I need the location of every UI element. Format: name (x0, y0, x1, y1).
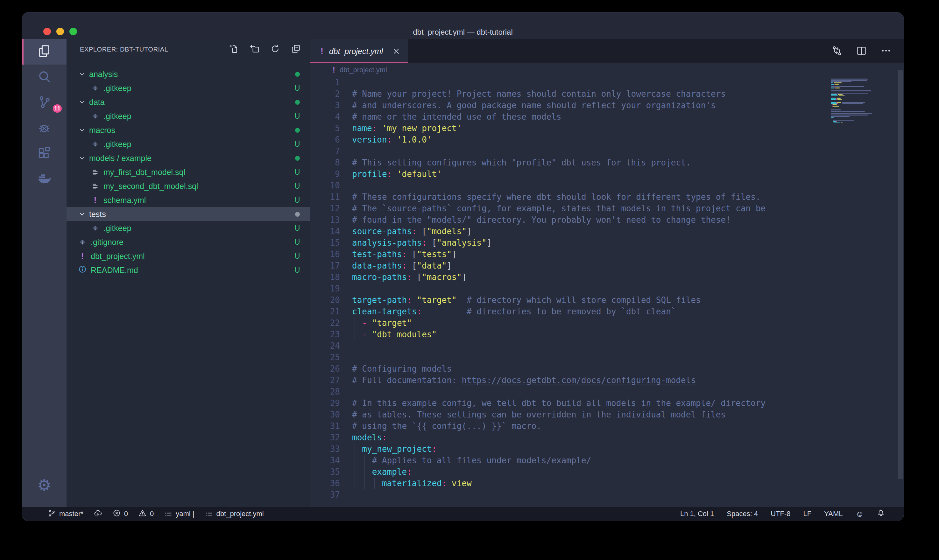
activity-item-source-control[interactable]: 11 (22, 90, 66, 115)
git-status-untracked: U (292, 112, 303, 121)
new-folder-button[interactable] (249, 44, 259, 55)
sql-file-icon (91, 182, 100, 191)
tree-folder-data[interactable]: data (66, 95, 310, 109)
code-line-34[interactable]: 34 # Applies to all files under models/e… (310, 455, 904, 466)
scrollbar-thumb[interactable] (898, 70, 903, 479)
code-line-16[interactable]: 16test-paths: ["tests"] (310, 249, 904, 260)
collapse-all-button[interactable] (291, 44, 301, 55)
tree-file-schema-yml[interactable]: !schema.ymlU (66, 193, 310, 207)
close-tab-icon[interactable] (392, 47, 401, 56)
editor-scrollbar[interactable] (898, 70, 903, 507)
status-indentation[interactable]: Spaces: 4 (727, 510, 758, 518)
code-line-20[interactable]: 20target-path: "target" # directory whic… (310, 294, 904, 306)
status-notifications[interactable] (877, 509, 885, 519)
status-warnings[interactable]: 0 (138, 509, 154, 519)
code-line-21[interactable]: 21clean-targets: # directories to be rem… (310, 306, 904, 317)
code-line-2[interactable]: 2# Name your project! Project names shou… (310, 88, 904, 100)
minimap-line (837, 102, 841, 103)
more-actions-button[interactable] (881, 45, 891, 58)
status-right: Ln 1, Col 1Spaces: 4UTF-8LFYAML☺ (680, 509, 885, 519)
tree-file-readme-md[interactable]: README.mdU (66, 263, 310, 277)
status-language-mode[interactable]: YAML (824, 510, 842, 518)
status-eol[interactable]: LF (803, 510, 811, 518)
minimap-line (835, 88, 840, 88)
tree-file--gitkeep[interactable]: .gitkeepU (66, 81, 310, 95)
code-editor[interactable]: 12# Name your project! Project names sho… (310, 77, 904, 507)
status-git-branch[interactable]: master* (48, 509, 83, 519)
status-sync[interactable] (94, 509, 102, 519)
code-line-18[interactable]: 18macro-paths: ["macros"] (310, 271, 904, 283)
code-line-12[interactable]: 12# The `source-paths` config, for examp… (310, 203, 904, 214)
tree-file-my-second-dbt-model-sql[interactable]: my_second_dbt_model.sqlU (66, 179, 310, 193)
tree-file-my-first-dbt-model-sql[interactable]: my_first_dbt_model.sqlU (66, 165, 310, 179)
tree-file--gitkeep[interactable]: .gitkeepU (66, 221, 310, 235)
code-line-30[interactable]: 30# as tables. These settings can be ove… (310, 409, 904, 420)
tree-folder-tests[interactable]: tests (66, 207, 310, 221)
activity-item-extensions[interactable] (22, 141, 66, 166)
new-file-button[interactable] (229, 44, 239, 55)
activity-item-run-debug[interactable] (22, 115, 66, 141)
code-line-27[interactable]: 27# Full documentation: https://docs.get… (310, 374, 904, 386)
tree-file--gitignore[interactable]: .gitignoreU (66, 235, 310, 249)
tree-folder-macros[interactable]: macros (66, 123, 310, 137)
code-line-14[interactable]: 14source-paths: ["models"] (310, 226, 904, 237)
code-line-8[interactable]: 8# This setting configures which "profil… (310, 157, 904, 168)
tree-file-dbt-project-yml[interactable]: !dbt_project.ymlU (66, 249, 310, 263)
code-line-15[interactable]: 15analysis-paths: ["analysis"] (310, 237, 904, 249)
tree-folder-models-example[interactable]: models / example (66, 151, 310, 165)
tree-file--gitkeep[interactable]: .gitkeepU (66, 109, 310, 123)
tree-file--gitkeep[interactable]: .gitkeepU (66, 137, 310, 151)
status-feedback[interactable]: ☺ (855, 510, 864, 518)
code-line-25[interactable]: 25 (310, 352, 904, 363)
code-text: # name or the intended use of these mode… (352, 111, 561, 123)
code-line-37[interactable]: 37 (310, 489, 904, 500)
activity-item-search[interactable] (22, 65, 66, 90)
activity-item-settings[interactable]: ⚙ (22, 472, 66, 498)
title-bar[interactable]: dbt_project.yml — dbt-tutorial (22, 12, 904, 39)
minimap-line (836, 121, 837, 122)
git-status-untracked: U (292, 140, 303, 149)
minimap[interactable] (826, 77, 895, 147)
open-changes-button[interactable] (831, 45, 842, 58)
code-line-33[interactable]: 33 my_new_project: (310, 443, 904, 455)
breadcrumb-item-file[interactable]: dbt_project.yml (340, 66, 387, 74)
code-line-5[interactable]: 5name: 'my_new_project' (310, 123, 904, 134)
code-line-35[interactable]: 35 example: (310, 466, 904, 478)
code-line-10[interactable]: 10 (310, 180, 904, 191)
status-errors[interactable]: 0 (112, 509, 128, 519)
code-line-11[interactable]: 11# These configurations specify where d… (310, 191, 904, 203)
code-line-31[interactable]: 31# using the `{{ config(...) }}` macro. (310, 420, 904, 432)
code-line-22[interactable]: 22 - "target" (310, 317, 904, 329)
code-line-6[interactable]: 6version: '1.0.0' (310, 134, 904, 145)
tree-folder-analysis[interactable]: analysis (66, 67, 310, 81)
tab-dbt-project-yml[interactable]: ! dbt_project.yml (310, 39, 408, 63)
status-outline-language[interactable]: yaml | (164, 509, 194, 519)
code-line-24[interactable]: 24 (310, 340, 904, 352)
code-line-29[interactable]: 29# In this example config, we tell dbt … (310, 397, 904, 409)
minimap-line (840, 98, 840, 99)
activity-item-docker[interactable] (22, 166, 66, 192)
code-line-9[interactable]: 9profile: 'default' (310, 168, 904, 180)
code-line-1[interactable]: 1 (310, 77, 904, 88)
code-line-28[interactable]: 28 (310, 386, 904, 397)
status-outline-file[interactable]: dbt_project.yml (205, 509, 264, 519)
status-cursor-position[interactable]: Ln 1, Col 1 (680, 510, 714, 518)
code-line-13[interactable]: 13# found in the "models/" directory. Yo… (310, 214, 904, 226)
status-label: 0 (150, 510, 154, 518)
split-editor-button[interactable] (856, 45, 867, 58)
code-line-4[interactable]: 4# name or the intended use of these mod… (310, 111, 904, 123)
code-line-3[interactable]: 3# and underscores. A good package name … (310, 100, 904, 111)
status-encoding[interactable]: UTF-8 (771, 510, 790, 518)
line-number: 26 (310, 363, 340, 374)
code-line-7[interactable]: 7 (310, 145, 904, 157)
breadcrumb[interactable]: ! dbt_project.yml (310, 63, 904, 77)
code-line-19[interactable]: 19 (310, 283, 904, 294)
code-line-17[interactable]: 17data-paths: ["data"] (310, 260, 904, 271)
code-line-32[interactable]: 32models: (310, 432, 904, 443)
minimap-line (831, 81, 851, 82)
activity-item-explorer[interactable] (22, 39, 66, 65)
code-line-36[interactable]: 36 materialized: view (310, 478, 904, 489)
code-line-26[interactable]: 26# Configuring models (310, 363, 904, 374)
code-line-23[interactable]: 23 - "dbt_modules" (310, 329, 904, 340)
refresh-button[interactable] (270, 44, 280, 55)
